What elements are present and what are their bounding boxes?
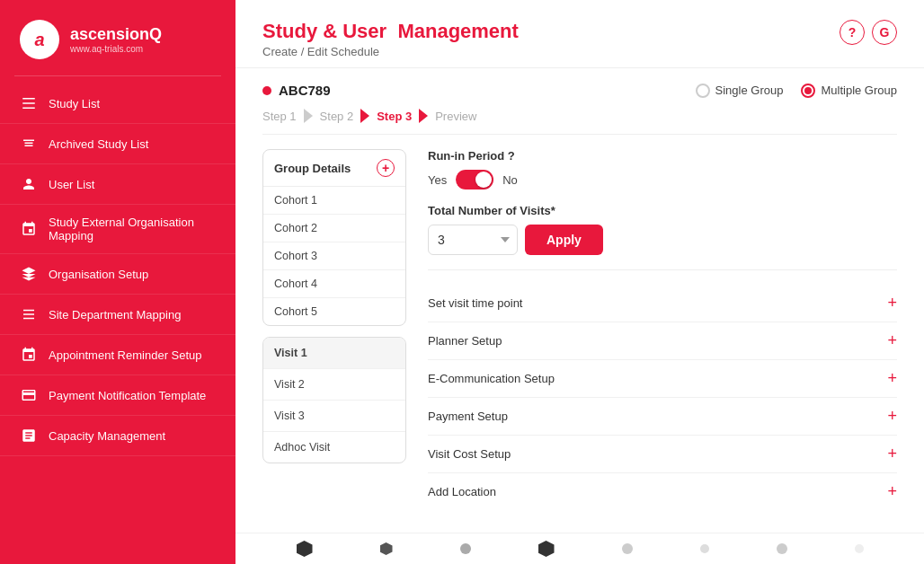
visits-row: 3 1 2 4 5 Apply bbox=[428, 225, 897, 255]
sidebar-item-study-list[interactable]: Study List bbox=[0, 84, 235, 124]
step-preview[interactable]: Preview bbox=[435, 110, 476, 123]
setup-item-plus[interactable]: + bbox=[887, 445, 897, 463]
sidebar-item-user-list[interactable]: User List bbox=[0, 164, 235, 205]
sidebar-divider bbox=[14, 75, 221, 76]
dot-shape bbox=[460, 543, 471, 554]
setup-item-label: Visit Cost Setup bbox=[428, 447, 511, 461]
sidebar-item-capacity[interactable]: Capacity Management bbox=[0, 416, 235, 456]
visit-card: Visit 1 Visit 2 Visit 3 Adhoc Visit bbox=[262, 337, 406, 463]
run-in-period-row: Run-in Period ? Yes No bbox=[428, 149, 897, 189]
study-id-text: ABC789 bbox=[279, 83, 331, 98]
sidebar-nav: Study List Archived Study List User List… bbox=[0, 84, 235, 456]
sidebar-item-org-setup[interactable]: Organisation Setup bbox=[0, 254, 235, 295]
study-status-dot bbox=[262, 86, 271, 95]
setup-item-plus[interactable]: + bbox=[887, 482, 897, 501]
study-list-icon bbox=[20, 94, 38, 112]
archived-icon bbox=[20, 135, 38, 153]
step-3-label: Step 3 bbox=[377, 110, 412, 123]
sidebar-item-label: Study External Organisation Mapping bbox=[49, 216, 216, 242]
study-id: ABC789 bbox=[262, 83, 331, 98]
title-plain: Study & User bbox=[262, 20, 386, 42]
setup-item-plus[interactable]: + bbox=[887, 369, 897, 388]
sidebar-item-label: Capacity Management bbox=[49, 429, 165, 443]
setup-item-plus[interactable]: + bbox=[887, 331, 897, 350]
group-options: Single Group Multiple Group bbox=[696, 84, 897, 98]
setup-item-visit-cost[interactable]: Visit Cost Setup + bbox=[428, 436, 897, 473]
right-panel: Run-in Period ? Yes No Total Number of V… bbox=[428, 149, 897, 510]
brand-button[interactable]: G bbox=[872, 20, 897, 45]
sidebar-item-label: Organisation Setup bbox=[49, 268, 148, 281]
step-1[interactable]: Step 1 bbox=[262, 110, 297, 123]
sidebar-item-appointment[interactable]: Appointment Reminder Setup bbox=[0, 335, 235, 375]
payment-icon bbox=[20, 386, 38, 404]
single-group-radio[interactable] bbox=[696, 84, 710, 98]
setup-item-label: E-Communication Setup bbox=[428, 372, 555, 385]
multiple-group-option[interactable]: Multiple Group bbox=[801, 84, 897, 98]
help-button[interactable]: ? bbox=[840, 20, 865, 45]
page-title: Study & User Management bbox=[262, 20, 519, 43]
sidebar: a ascensionQ www.aq-trials.com Study Lis… bbox=[0, 0, 235, 564]
dot-shape bbox=[855, 544, 864, 553]
step-arrow-1 bbox=[304, 109, 313, 123]
setup-item-payment[interactable]: Payment Setup + bbox=[428, 398, 897, 436]
mapping-icon bbox=[20, 220, 38, 238]
cohort-item[interactable]: Cohort 1 bbox=[263, 187, 405, 215]
sidebar-item-archived[interactable]: Archived Study List bbox=[0, 124, 235, 164]
add-group-button[interactable]: + bbox=[377, 159, 395, 177]
content-grid: Group Details + Cohort 1 Cohort 2 Cohort… bbox=[262, 149, 897, 510]
single-group-option[interactable]: Single Group bbox=[696, 84, 784, 98]
cohort-item[interactable]: Cohort 4 bbox=[263, 270, 405, 298]
setup-item-plus[interactable]: + bbox=[887, 407, 897, 426]
setup-item-planner[interactable]: Planner Setup + bbox=[428, 322, 897, 360]
cohort-item[interactable]: Cohort 5 bbox=[263, 298, 405, 325]
dot-shape bbox=[622, 543, 633, 554]
setup-items-list: Set visit time point + Planner Setup + E… bbox=[428, 285, 897, 510]
study-bar: ABC789 Single Group Multiple Group bbox=[262, 83, 897, 98]
setup-item-label: Add Location bbox=[428, 485, 496, 498]
hex-shape bbox=[538, 541, 555, 557]
sidebar-item-payment[interactable]: Payment Notification Template bbox=[0, 375, 235, 416]
hex-shape bbox=[380, 542, 393, 555]
step-3[interactable]: Step 3 bbox=[377, 110, 412, 123]
cohort-item[interactable]: Cohort 3 bbox=[263, 242, 405, 270]
apply-button[interactable]: Apply bbox=[525, 225, 603, 255]
sidebar-item-site-dept[interactable]: Site Department Mapping bbox=[0, 295, 235, 335]
sidebar-item-label: Appointment Reminder Setup bbox=[49, 348, 202, 362]
step-1-label: Step 1 bbox=[262, 110, 297, 123]
run-in-toggle[interactable] bbox=[456, 170, 493, 189]
total-visits-label: Total Number of Visits* bbox=[428, 204, 897, 217]
visit-item[interactable]: Visit 2 bbox=[263, 369, 405, 401]
visits-select[interactable]: 3 1 2 4 5 bbox=[428, 225, 518, 255]
sidebar-item-label: User List bbox=[49, 178, 94, 191]
main-header: Study & User Management Create / Edit Sc… bbox=[235, 0, 924, 68]
group-details-card: Group Details + Cohort 1 Cohort 2 Cohort… bbox=[262, 149, 406, 326]
title-highlight: Management bbox=[397, 20, 518, 42]
visit-item[interactable]: Visit 1 bbox=[263, 338, 405, 369]
main-content: Study & User Management Create / Edit Sc… bbox=[235, 0, 924, 564]
sidebar-item-label: Payment Notification Template bbox=[49, 389, 206, 402]
step-arrow-3 bbox=[419, 109, 428, 123]
logo-area: a ascensionQ www.aq-trials.com bbox=[0, 0, 235, 75]
header-title-area: Study & User Management Create / Edit Sc… bbox=[262, 20, 519, 58]
cohort-item[interactable]: Cohort 2 bbox=[263, 215, 405, 242]
step-2[interactable]: Step 2 bbox=[320, 110, 354, 123]
step-2-label: Step 2 bbox=[320, 110, 354, 123]
setup-item-ecommunication[interactable]: E-Communication Setup + bbox=[428, 360, 897, 398]
setup-item-label: Set visit time point bbox=[428, 296, 523, 310]
setup-item-location[interactable]: Add Location + bbox=[428, 473, 897, 510]
brand-name: ascensionQ bbox=[70, 25, 162, 44]
setup-item-visit-time[interactable]: Set visit time point + bbox=[428, 285, 897, 322]
visit-item[interactable]: Visit 3 bbox=[263, 401, 405, 432]
sidebar-item-label: Archived Study List bbox=[49, 137, 148, 151]
visit-item[interactable]: Adhoc Visit bbox=[263, 432, 405, 463]
sidebar-item-study-external[interactable]: Study External Organisation Mapping bbox=[0, 205, 235, 254]
multiple-group-radio[interactable] bbox=[801, 84, 815, 98]
user-icon bbox=[20, 175, 38, 193]
org-icon bbox=[20, 265, 38, 283]
capacity-icon bbox=[20, 427, 38, 445]
group-details-title: Group Details bbox=[274, 162, 351, 175]
setup-item-plus[interactable]: + bbox=[887, 294, 897, 313]
hex-shape bbox=[297, 541, 313, 557]
setup-item-label: Payment Setup bbox=[428, 410, 508, 423]
page-subtitle: Create / Edit Schedule bbox=[262, 45, 519, 58]
